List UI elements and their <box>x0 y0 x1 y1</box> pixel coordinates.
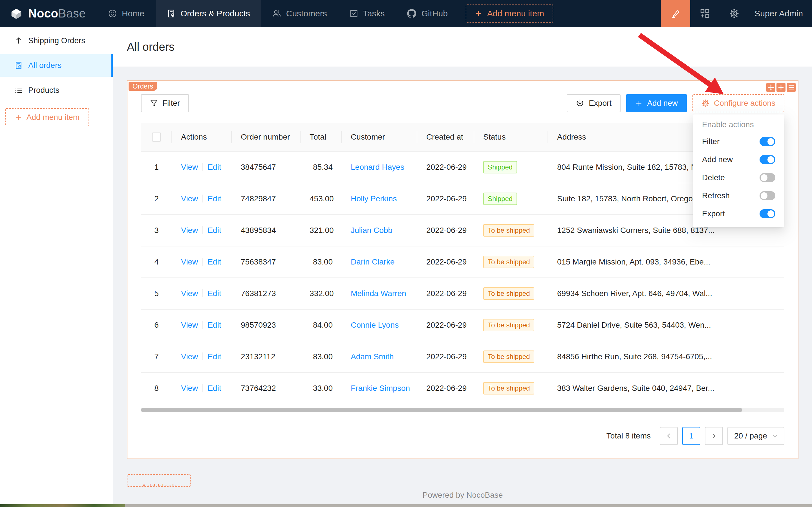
nav-item-home[interactable]: Home <box>97 0 156 27</box>
page-header: All orders <box>113 27 812 66</box>
block-menu-icon[interactable] <box>787 83 796 92</box>
created-at-cell: 2022-06-29 <box>417 309 474 341</box>
main-menu: Home Orders & Products Customers Tasks G… <box>97 0 459 27</box>
status-badge: Shipped <box>483 192 517 205</box>
address-cell: 69934 Schoen River, Apt. 646, 49704, Wal… <box>548 278 785 309</box>
drag-handle-icon[interactable] <box>766 83 775 92</box>
plus-icon <box>777 84 785 91</box>
page-size-select[interactable]: 20 / page <box>728 427 785 445</box>
gear-icon <box>701 99 709 107</box>
status-badge: To be shipped <box>483 224 534 237</box>
edit-link[interactable]: Edit <box>208 352 221 361</box>
view-link[interactable]: View <box>181 384 198 393</box>
add-block-button[interactable]: Add block <box>127 474 190 487</box>
customer-link[interactable]: Melinda Warren <box>351 289 406 298</box>
customer-link[interactable]: Frankie Simpson <box>351 384 410 393</box>
customer-link[interactable]: Darin Clarke <box>351 258 395 266</box>
sidebar-item-shipping-orders[interactable]: Shipping Orders <box>0 29 113 52</box>
select-all-header <box>141 123 172 152</box>
nav-item-customers[interactable]: Customers <box>262 0 338 27</box>
address-cell: 5724 Daniel Drive, Suite 563, 54403, Wen… <box>548 309 785 341</box>
settings-button[interactable] <box>719 0 749 27</box>
customer-link[interactable]: Leonard Hayes <box>351 163 404 171</box>
sidebar-item-all-orders[interactable]: All orders <box>0 54 113 77</box>
total-cell: 332.00 <box>300 278 342 309</box>
view-link[interactable]: View <box>181 226 198 235</box>
nocobase-logo[interactable]: NocoBase <box>0 0 95 27</box>
customer-link[interactable]: Holly Perkins <box>351 194 397 203</box>
toggle-switch[interactable] <box>760 191 775 200</box>
prev-page-button[interactable] <box>660 427 678 445</box>
edit-link[interactable]: Edit <box>208 321 221 329</box>
configure-actions-button[interactable]: Configure actions <box>692 94 785 112</box>
orders-table-body: 1ViewEdit3847564785.34Leonard Hayes2022-… <box>141 152 785 404</box>
toggle-switch[interactable] <box>760 155 775 164</box>
nav-item-github[interactable]: GitHub <box>396 0 459 27</box>
user-menu[interactable]: Super Admin <box>749 9 812 18</box>
filter-button[interactable]: Filter <box>141 94 189 112</box>
navbar-add-menu-item-button[interactable]: Add menu item <box>466 4 553 22</box>
file-done-icon <box>167 9 175 18</box>
export-button[interactable]: Export <box>567 94 621 112</box>
customer-link[interactable]: Adam Smith <box>351 352 394 361</box>
toggle-switch[interactable] <box>760 173 775 182</box>
sidebar-item-label: Products <box>28 86 59 95</box>
status-badge: Shipped <box>483 161 517 173</box>
table-row: 5ViewEdit76381273332.00Melinda Warren202… <box>141 278 785 309</box>
sidebar-item-products[interactable]: Products <box>0 79 113 102</box>
view-link[interactable]: View <box>181 352 198 361</box>
scrollbar-thumb[interactable] <box>141 408 742 412</box>
move-icon <box>767 84 774 91</box>
customer-cell: Leonard Hayes <box>342 152 417 183</box>
edit-link[interactable]: Edit <box>208 384 221 393</box>
edit-link[interactable]: Edit <box>208 289 221 298</box>
address-cell: 84856 Hirthe Run, Suite 268, 94754-6705,… <box>548 341 785 373</box>
row-actions: ViewEdit <box>172 341 232 373</box>
total-cell: 85.34 <box>300 152 342 183</box>
status-cell: To be shipped <box>474 309 548 341</box>
created-at-cell: 2022-06-29 <box>417 278 474 309</box>
sidebar-item-label: All orders <box>28 61 61 70</box>
next-page-button[interactable] <box>705 427 723 445</box>
bottom-edge-strip <box>0 504 812 507</box>
block-tag: Orders <box>128 82 157 91</box>
nav-item-label: Home <box>122 9 144 18</box>
team-icon <box>273 9 281 18</box>
view-link[interactable]: View <box>181 163 198 171</box>
view-link[interactable]: View <box>181 258 198 266</box>
select-all-checkbox[interactable] <box>152 132 161 142</box>
cube-logo-icon <box>9 6 24 21</box>
toggle-switch[interactable] <box>760 209 775 218</box>
page-size-value: 20 / page <box>734 432 767 441</box>
order-number-cell: 73764232 <box>232 373 300 404</box>
horizontal-scrollbar[interactable] <box>141 408 785 412</box>
ui-editor-button[interactable] <box>661 0 690 27</box>
created-at-cell: 2022-06-29 <box>417 373 474 404</box>
add-block-icon[interactable] <box>776 83 786 92</box>
enable-action-row: Delete <box>702 169 775 187</box>
toggle-switch[interactable] <box>760 137 775 146</box>
customer-link[interactable]: Connie Lyons <box>351 321 399 329</box>
edit-link[interactable]: Edit <box>208 163 221 171</box>
table-row: 6ViewEdit9857092384.00Connie Lyons2022-0… <box>141 309 785 341</box>
status-badge: To be shipped <box>483 256 534 268</box>
add-new-button[interactable]: Add new <box>626 94 687 112</box>
nav-item-label: Customers <box>286 9 327 18</box>
total-cell: 33.00 <box>300 373 342 404</box>
table-row: 2ViewEdit74829847453.00Holly Perkins2022… <box>141 183 785 215</box>
view-link[interactable]: View <box>181 194 198 203</box>
edit-link[interactable]: Edit <box>208 258 221 266</box>
page-1-button[interactable]: 1 <box>682 427 700 445</box>
sidebar-add-menu-item-button[interactable]: Add menu item <box>5 108 89 126</box>
view-link[interactable]: View <box>181 321 198 329</box>
table-toolbar: Filter Export Add new Configure actions <box>127 81 798 112</box>
view-link[interactable]: View <box>181 289 198 298</box>
plugin-manager-button[interactable] <box>690 0 719 27</box>
customer-link[interactable]: Julian Cobb <box>351 226 393 235</box>
nav-item-tasks[interactable]: Tasks <box>338 0 396 27</box>
status-cell: Shipped <box>474 183 548 215</box>
nav-item-orders-products[interactable]: Orders & Products <box>156 0 262 27</box>
status-cell: To be shipped <box>474 246 548 278</box>
edit-link[interactable]: Edit <box>208 226 221 235</box>
edit-link[interactable]: Edit <box>208 194 221 203</box>
